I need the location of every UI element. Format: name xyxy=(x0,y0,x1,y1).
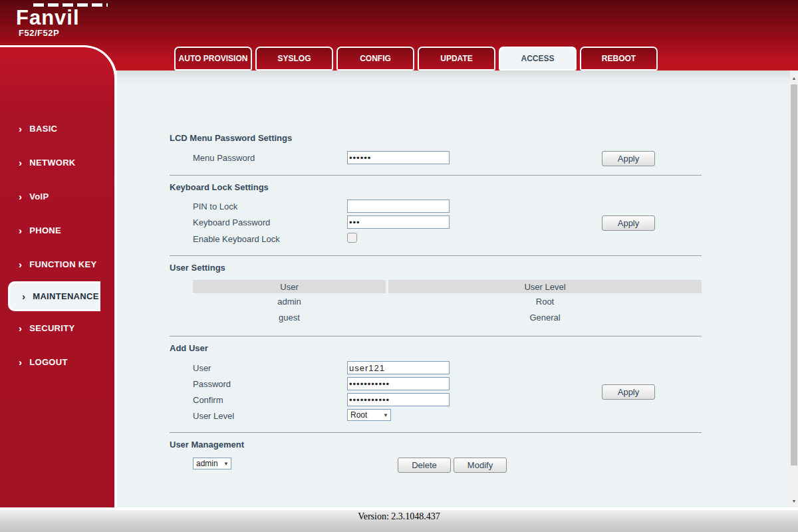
keyboard-password-input[interactable] xyxy=(347,215,450,229)
user-cell: guest xyxy=(193,309,386,325)
chevron-right-icon: › xyxy=(19,324,22,332)
enable-keyboard-lock-checkbox[interactable] xyxy=(347,233,357,243)
user-level-select[interactable]: Root ▼ xyxy=(347,409,391,421)
scrollbar-thumb[interactable] xyxy=(791,84,797,466)
tab-syslog[interactable]: SYSLOG xyxy=(255,47,333,70)
modify-user-button[interactable]: Modify xyxy=(454,458,507,473)
column-header-user: User xyxy=(193,280,386,293)
menu-password-row: Menu Password Apply xyxy=(117,151,790,166)
add-user-password-label: Password xyxy=(193,379,231,389)
model-label: F52/F52P xyxy=(19,28,108,38)
manage-user-select[interactable]: admin ▼ xyxy=(193,458,231,469)
keyboard-password-row: Keyboard Password Apply xyxy=(117,215,790,230)
keyboard-lock-apply-button[interactable]: Apply xyxy=(602,215,655,231)
pin-to-lock-row: PIN to Lock xyxy=(117,200,790,214)
add-user-level-row: User Level Root ▼ xyxy=(117,409,790,424)
user-level-select-value: Root xyxy=(350,410,367,420)
sidebar: › BASIC › NETWORK › VoIP › PHONE › FUNCT… xyxy=(0,45,117,507)
column-header-user-level: User Level xyxy=(388,280,702,293)
sidebar-item-label: FUNCTION KEY xyxy=(29,259,96,269)
chevron-right-icon: › xyxy=(19,226,22,235)
user-management-row: admin ▼ Delete Modify xyxy=(117,458,790,472)
sidebar-item-function-key[interactable]: › FUNCTION KEY xyxy=(0,247,114,281)
section-title-keyboard-lock: Keyboard Lock Settings xyxy=(170,182,269,192)
chevron-right-icon: › xyxy=(22,292,25,301)
sidebar-item-logout[interactable]: › LOGOUT xyxy=(0,345,114,379)
chevron-down-icon: ▼ xyxy=(383,412,390,418)
add-user-confirm-label: Confirm xyxy=(193,395,223,405)
sidebar-item-basic[interactable]: › BASIC xyxy=(0,112,114,146)
enable-keyboard-lock-label: Enable Keyboard Lock xyxy=(193,234,280,244)
sidebar-item-security[interactable]: › SECURITY xyxy=(0,311,114,345)
chevron-right-icon: › xyxy=(19,358,22,366)
table-row: guest General xyxy=(193,309,702,325)
add-user-name-input[interactable] xyxy=(347,361,450,374)
user-level-cell: Root xyxy=(388,293,702,309)
section-divider xyxy=(170,255,702,256)
lcd-apply-button[interactable]: Apply xyxy=(602,151,655,166)
sidebar-item-label: SECURITY xyxy=(29,323,74,333)
sidebar-item-label: LOGOUT xyxy=(29,357,67,367)
chevron-down-icon: ▼ xyxy=(223,461,231,467)
sidebar-nav: › BASIC › NETWORK › VoIP › PHONE › FUNCT… xyxy=(0,47,114,379)
add-user-level-label: User Level xyxy=(193,411,234,421)
section-divider xyxy=(170,432,702,433)
top-tab-bar: AUTO PROVISION SYSLOG CONFIG UPDATE ACCE… xyxy=(174,47,658,70)
enable-keyboard-lock-row: Enable Keyboard Lock xyxy=(117,232,790,247)
add-user-name-row: User xyxy=(117,361,790,376)
table-row: admin Root xyxy=(193,293,702,309)
table-header-row: User User Level xyxy=(193,280,702,293)
sidebar-item-label: VoIP xyxy=(29,192,49,201)
chevron-right-icon: › xyxy=(19,260,22,269)
fanvil-web-admin-page: Fanvil F52/F52P AUTO PROVISION SYSLOG CO… xyxy=(0,0,798,532)
section-divider xyxy=(170,336,702,336)
add-user-confirm-row: Confirm xyxy=(117,393,790,408)
firmware-version-text: Version: 2.3.1048.437 xyxy=(0,511,798,522)
sidebar-item-maintenance[interactable]: › MAINTENANCE xyxy=(8,281,100,311)
main-content: LCD Menu Password Settings Menu Password… xyxy=(117,70,790,507)
tab-auto-provision[interactable]: AUTO PROVISION xyxy=(174,47,252,70)
sidebar-item-label: NETWORK xyxy=(29,158,75,168)
scroll-up-icon[interactable]: ▲ xyxy=(790,73,798,83)
tab-config[interactable]: CONFIG xyxy=(336,47,414,70)
manage-user-select-value: admin xyxy=(196,459,218,468)
sidebar-item-network[interactable]: › NETWORK xyxy=(0,146,114,180)
sidebar-item-phone[interactable]: › PHONE xyxy=(0,213,114,247)
add-user-password-input[interactable] xyxy=(347,377,450,390)
vertical-scrollbar[interactable]: ▲ ▼ xyxy=(790,70,798,507)
user-settings-table: User User Level admin Root guest General xyxy=(193,280,702,325)
section-title-user-settings: User Settings xyxy=(170,263,225,273)
brand-logo: Fanvil F52/F52P xyxy=(16,3,108,38)
sidebar-item-voip[interactable]: › VoIP xyxy=(0,180,114,213)
add-user-confirm-input[interactable] xyxy=(347,393,450,406)
user-cell: admin xyxy=(193,293,386,309)
header-banner: Fanvil F52/F52P AUTO PROVISION SYSLOG CO… xyxy=(0,0,798,70)
scroll-down-icon[interactable]: ▼ xyxy=(790,496,798,506)
section-divider xyxy=(170,175,702,176)
menu-password-label: Menu Password xyxy=(193,153,255,163)
logo-text: Fanvil xyxy=(16,8,108,28)
sidebar-item-label: PHONE xyxy=(29,225,61,235)
section-title-user-management: User Management xyxy=(170,440,244,450)
chevron-right-icon: › xyxy=(19,124,22,133)
sidebar-item-label: MAINTENANCE xyxy=(33,291,98,301)
tab-update[interactable]: UPDATE xyxy=(418,47,495,70)
chevron-right-icon: › xyxy=(19,158,22,167)
menu-password-input[interactable] xyxy=(347,151,450,164)
pin-to-lock-label: PIN to Lock xyxy=(193,201,237,211)
chevron-right-icon: › xyxy=(19,192,22,201)
tab-reboot[interactable]: REBOOT xyxy=(580,47,658,70)
delete-user-button[interactable]: Delete xyxy=(398,458,451,473)
section-title-add-user: Add User xyxy=(170,343,208,353)
footer-bar: Version: 2.3.1048.437 xyxy=(0,507,798,532)
add-user-name-label: User xyxy=(193,363,211,373)
user-level-cell: General xyxy=(388,309,702,325)
pin-to-lock-input[interactable] xyxy=(347,200,450,213)
add-user-password-row: Password xyxy=(117,377,790,392)
tab-access[interactable]: ACCESS xyxy=(499,47,577,70)
section-title-lcd-menu-password: LCD Menu Password Settings xyxy=(170,133,292,143)
sidebar-item-label: BASIC xyxy=(29,124,57,134)
keyboard-password-label: Keyboard Password xyxy=(193,217,270,227)
